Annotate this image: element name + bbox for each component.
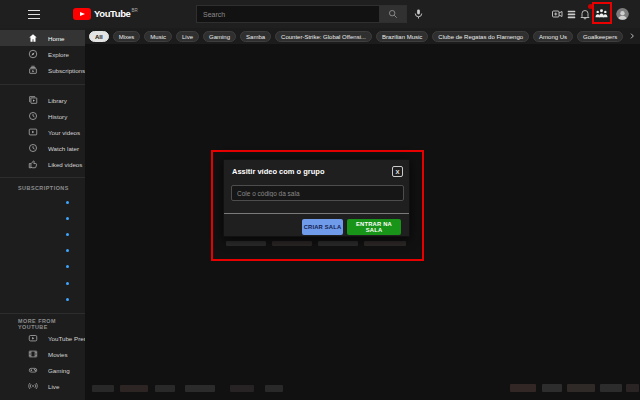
chip-mixes[interactable]: Mixes <box>113 31 141 42</box>
sidebar-item-live[interactable]: Live <box>0 378 85 394</box>
video-thumbnail-remnant <box>567 384 595 392</box>
chips-scroll-right-button[interactable] <box>624 28 640 44</box>
compass-icon <box>28 49 38 59</box>
bell-icon <box>579 8 591 20</box>
new-content-dot <box>66 249 69 252</box>
youtube-premium-icon <box>28 333 38 343</box>
create-video-button[interactable] <box>551 8 564 20</box>
divider <box>0 177 85 178</box>
video-thumbnail-remnant <box>92 385 114 392</box>
subscription-channel-row[interactable] <box>0 194 85 210</box>
film-icon <box>28 349 38 359</box>
group-watch-dialog: Assitir vídeo com o grupo X CRIAR SALA E… <box>223 159 410 237</box>
chip-live[interactable]: Live <box>176 31 199 42</box>
youtube-apps-button[interactable] <box>566 9 577 19</box>
sidebar-item-youtube-premium[interactable]: YouTube Premium <box>0 330 85 346</box>
youtube-app: YouTube BR All <box>0 0 640 400</box>
youtube-wordmark: YouTube <box>94 8 130 20</box>
divider <box>0 313 85 314</box>
video-thumbnail-remnant <box>318 241 358 246</box>
chevron-right-icon <box>628 32 636 40</box>
sidebar-item-watch-later[interactable]: Watch later <box>0 140 85 156</box>
subscription-list <box>0 194 85 307</box>
country-code-label: BR <box>131 8 137 14</box>
sidebar-item-label: Your videos <box>48 129 80 136</box>
sidebar-item-label: YouTube Premium <box>48 335 85 342</box>
room-code-input[interactable] <box>231 185 404 201</box>
history-icon <box>28 111 38 121</box>
subscription-channel-row[interactable] <box>0 210 85 226</box>
apps-list-icon <box>566 9 577 19</box>
chip-samba[interactable]: Samba <box>240 31 271 42</box>
video-thumbnail-remnant <box>185 385 215 392</box>
subscription-channel-row[interactable] <box>0 259 85 275</box>
home-icon <box>28 33 38 43</box>
account-avatar[interactable] <box>616 7 629 20</box>
library-icon <box>28 95 38 105</box>
subscription-channel-row[interactable] <box>0 226 85 242</box>
group-watch-extension-button[interactable] <box>595 8 608 19</box>
topic-chip-bar: All Mixes Music Live Gaming Samba Counte… <box>85 28 640 44</box>
video-thumbnail-remnant <box>226 241 266 246</box>
search-input[interactable] <box>196 5 380 23</box>
chip-music[interactable]: Music <box>144 31 172 42</box>
sidebar-item-label: Home <box>48 35 65 42</box>
sidebar-item-label: Gaming <box>48 367 70 374</box>
chip-goalkeepers[interactable]: Goalkeepers <box>577 31 623 42</box>
sidebar-item-movies[interactable]: Movies <box>0 346 85 362</box>
sidebar-item-explore[interactable]: Explore <box>0 46 85 62</box>
subscription-channel-row[interactable] <box>0 243 85 259</box>
subscriptions-icon <box>28 65 38 75</box>
new-content-dot <box>66 265 69 268</box>
live-broadcast-icon <box>28 381 38 391</box>
divider <box>0 84 85 85</box>
sidebar-item-label: Watch later <box>48 145 79 152</box>
sidebar-item-history[interactable]: History <box>0 108 85 124</box>
youtube-logo[interactable]: YouTube BR <box>73 8 138 20</box>
video-thumbnail-remnant <box>626 384 639 392</box>
thumbs-up-icon <box>28 159 38 169</box>
search-bar <box>196 5 407 23</box>
sidebar-item-your-videos[interactable]: Your videos <box>0 124 85 140</box>
video-thumbnail-remnant <box>272 241 312 246</box>
new-content-dot <box>66 298 69 301</box>
video-thumbnail-remnant <box>542 384 562 392</box>
sidebar-item-subscriptions[interactable]: Subscriptions <box>0 62 85 78</box>
dialog-divider <box>224 213 409 214</box>
menu-hamburger-icon[interactable] <box>28 10 40 19</box>
create-video-icon <box>551 8 564 20</box>
create-room-button[interactable]: CRIAR SALA <box>302 219 343 235</box>
subscriptions-section-header: SUBSCRIPTIONS <box>0 182 85 194</box>
subscription-channel-row[interactable] <box>0 275 85 291</box>
sidebar-item-liked-videos[interactable]: Liked videos <box>0 156 85 172</box>
subscription-channel-row[interactable] <box>0 291 85 307</box>
group-people-icon <box>595 8 608 19</box>
dialog-close-button[interactable]: X <box>392 166 403 177</box>
sidebar-item-gaming[interactable]: Gaming <box>0 362 85 378</box>
chip-among-us[interactable]: Among Us <box>533 31 573 42</box>
video-thumbnail-remnant <box>364 241 406 246</box>
search-button[interactable] <box>380 5 407 23</box>
chip-gaming[interactable]: Gaming <box>203 31 236 42</box>
microphone-icon <box>413 8 424 20</box>
sidebar-item-library[interactable]: Library <box>0 92 85 108</box>
chip-flamengo[interactable]: Clube de Regatas do Flamengo <box>432 31 529 42</box>
game-controller-icon <box>28 365 38 375</box>
notifications-button[interactable] <box>579 8 591 20</box>
chip-all[interactable]: All <box>89 31 109 42</box>
your-videos-icon <box>28 127 38 137</box>
chip-counter-strike[interactable]: Counter-Strike: Global Offensi... <box>275 31 372 42</box>
sidebar-item-home[interactable]: Home <box>0 30 85 46</box>
video-thumbnail-remnant <box>120 385 148 392</box>
chip-brazilian-music[interactable]: Brazilian Music <box>376 31 428 42</box>
video-thumbnail-remnant <box>510 384 536 392</box>
video-thumbnail-remnant <box>230 385 254 392</box>
sidebar-item-label: Liked videos <box>48 161 82 168</box>
dialog-title: Assitir vídeo com o grupo <box>232 167 325 176</box>
new-content-dot <box>66 282 69 285</box>
video-thumbnail-remnant <box>265 385 283 392</box>
new-content-dot <box>66 233 69 236</box>
video-thumbnail-remnant <box>600 384 622 392</box>
voice-search-button[interactable] <box>413 8 424 20</box>
join-room-button[interactable]: ENTRAR NA SALA <box>347 219 401 235</box>
